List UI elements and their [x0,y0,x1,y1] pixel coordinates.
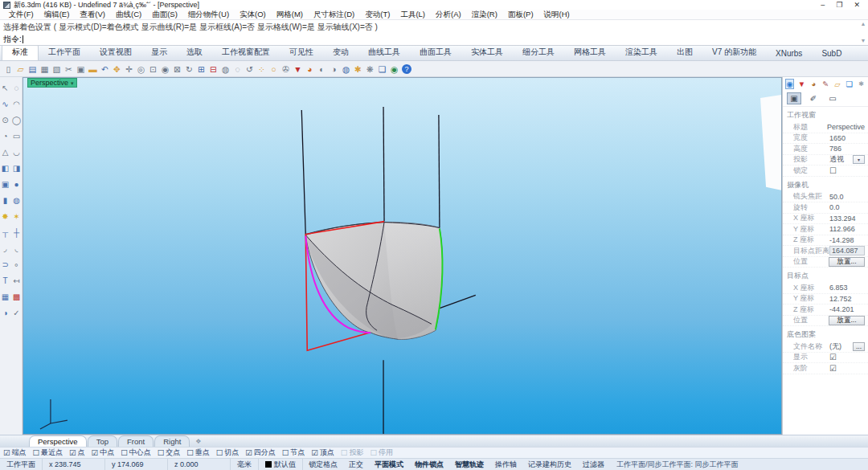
tab-xnurbs[interactable]: XNurbs [766,47,812,60]
join-tool-icon[interactable]: ⊃ [1,260,10,270]
loft-tool-icon[interactable]: ◨ [12,163,22,174]
solid-tools-icon[interactable]: ◍ [12,195,22,206]
pan-icon[interactable]: ✥ [111,63,123,76]
viewport-tab-right[interactable]: Right [154,435,190,447]
visibility-tool-icon[interactable]: ◑ [1,308,10,318]
menu-dimension[interactable]: 尺寸标注(D) [309,10,360,20]
text-tool-icon[interactable]: T [1,276,10,286]
osnap-knot-checkbox[interactable]: ☐ [282,448,289,457]
zoom-extents-icon[interactable]: ⊠ [171,63,183,76]
tab-drafting[interactable]: 出图 [667,45,702,60]
minimize-button[interactable]: – [821,1,825,9]
menu-transform[interactable]: 变动(T) [360,10,395,20]
tab-viewport-layout[interactable]: 工作视窗配置 [212,45,280,60]
shaded-mode-icon[interactable]: ▼ [292,63,304,76]
save-icon[interactable]: ▤ [27,63,39,76]
files-tab-icon[interactable]: ▱ [833,79,842,89]
check-tool-icon[interactable]: ✓ [12,308,22,318]
lasso-tool-icon[interactable]: ◌ [12,83,22,93]
osnap-center-checkbox[interactable]: ☐ [121,448,128,457]
toggle-smarttrack[interactable]: 智慧轨迹 [449,460,489,470]
osnap-near[interactable]: ☐最近点 [33,448,63,458]
target-distance-input[interactable]: 164.087 [829,246,865,255]
tab-subd[interactable]: SubD [812,47,851,60]
projection-dropdown[interactable]: ▾ [853,155,865,164]
viewport-tab-menu-icon[interactable]: ❖ [195,438,201,445]
panels-icon[interactable]: ❏ [376,63,388,76]
toggle-history[interactable]: 记录建构历史 [522,460,577,470]
osnap-near-checkbox[interactable]: ☐ [33,448,40,457]
osnap-knot[interactable]: ☐节点 [282,448,305,458]
cplane-button[interactable]: 工作平面 [0,459,43,470]
cut-icon[interactable]: ✂ [63,63,75,76]
osnap-int-checkbox[interactable]: ☐ [158,448,165,457]
frame-subtab-icon[interactable]: ▭ [825,92,840,104]
camera-subtab-icon[interactable]: ▣ [787,92,801,104]
camera-place-button[interactable]: 放置... [829,257,865,267]
tab-mesh-tools[interactable]: 网格工具 [564,45,616,60]
osnap-disable[interactable]: ☐停用 [370,448,393,458]
globe-icon[interactable]: ◍ [340,63,352,76]
four-views-icon[interactable]: ⊞ [195,63,207,76]
command-prompt-line[interactable]: 指令: [3,33,865,45]
tab-transform[interactable]: 变动 [323,45,358,60]
viewport-title-dropdown-icon[interactable]: ▾ [71,79,74,88]
split-tool-icon[interactable]: ┼ [12,227,22,238]
tab-standard[interactable]: 标准 [2,44,39,60]
menu-help[interactable]: 说明(H) [538,10,575,20]
command-scrollbar[interactable]: ▲ ▼ [859,21,867,43]
surface-tool-icon[interactable]: ◧ [1,163,10,174]
menu-analyze[interactable]: 分析(A) [431,10,467,20]
osnap-quad-checkbox[interactable]: ☑ [245,448,252,457]
open-file-icon[interactable]: ▱ [14,63,27,76]
render-settings-icon[interactable]: ◑ [328,63,340,76]
freeform-tool-icon[interactable]: ◡ [12,147,22,157]
locked-checkbox[interactable]: ☐ [829,166,837,175]
close-button[interactable]: ✕ [854,1,860,9]
properties-tab-icon[interactable]: ◉ [785,79,794,89]
menu-mesh[interactable]: 网格(M) [271,10,308,20]
osnap-vertex-checkbox[interactable]: ☑ [311,448,318,457]
menu-solid[interactable]: 实体(O) [235,10,272,20]
restore-button[interactable]: ❐ [836,1,842,9]
scroll-down-icon[interactable]: ▼ [859,38,867,43]
scroll-up-icon[interactable]: ▲ [859,21,867,27]
tab-solid-tools[interactable]: 实体工具 [461,45,513,60]
render-preview-icon[interactable]: ◐ [316,63,328,76]
osnap-mid-checkbox[interactable]: ☑ [92,448,99,457]
perspective-viewport[interactable]: Perspective ▾ [23,77,782,435]
polygon-tool-icon[interactable]: △ [1,147,10,157]
copy-icon[interactable]: ▣ [75,63,87,76]
menu-subd[interactable]: 细分物件(U) [182,10,234,20]
viewport-tab-top[interactable]: Top [88,435,117,447]
explode-tool-icon[interactable]: ✶ [12,211,22,222]
fillet-tool-icon[interactable]: ◞ [1,243,10,254]
osnap-disable-checkbox[interactable]: ☐ [370,448,377,457]
array-tool-icon[interactable]: ▦ [1,292,10,302]
tab-surface-tools[interactable]: 曲面工具 [410,45,461,60]
menu-panels[interactable]: 面板(P) [502,10,538,20]
arc-tool-icon[interactable]: ◔ [1,131,10,141]
toggle-planar[interactable]: 平面模式 [369,460,409,470]
osnap-vertex[interactable]: ☑顶点 [311,448,334,458]
new-file-icon[interactable]: ▯ [2,63,14,76]
move-icon[interactable]: ✛ [123,63,135,76]
box-tool-icon[interactable]: ▣ [1,179,10,190]
show-objects-icon[interactable]: ◍ [219,63,231,76]
menu-edit[interactable]: 编辑(E) [39,10,75,20]
select-tool-icon[interactable]: ↖ [1,83,10,93]
osnap-tan-checkbox[interactable]: ☐ [216,448,223,457]
sphere-tool-icon[interactable]: ● [12,179,22,190]
circle-tool-icon[interactable]: ⊙ [1,115,10,125]
export-icon[interactable]: ▧ [51,63,63,76]
tab-render-tools[interactable]: 渲染工具 [616,45,667,60]
units-button[interactable]: 毫米 [231,459,259,470]
osnap-end-checkbox[interactable]: ☑ [3,448,10,457]
ellipse-tool-icon[interactable]: ◯ [12,115,22,125]
osnap-perp[interactable]: ☐垂点 [186,448,210,458]
lock-icon[interactable]: ✇ [280,63,292,76]
tab-display[interactable]: 显示 [141,45,177,60]
menu-surface[interactable]: 曲面(S) [147,10,183,20]
osnap-quad[interactable]: ☑四分点 [245,448,276,458]
brush-tab-icon[interactable]: ✎ [821,79,830,89]
